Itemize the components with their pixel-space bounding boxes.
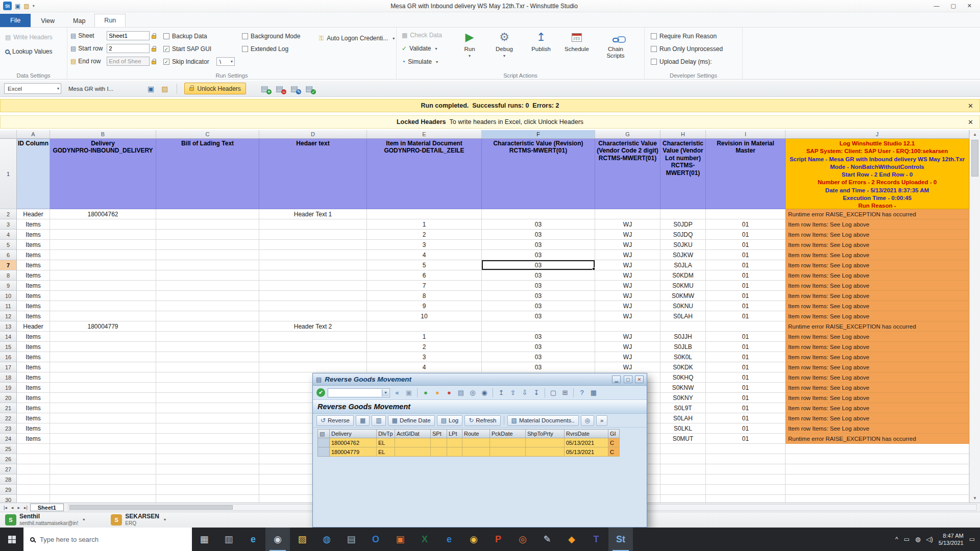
new-session-icon[interactable]: ▢ (549, 389, 558, 396)
find-next-icon[interactable]: ◉ (480, 389, 489, 396)
tab-map[interactable]: Map (64, 15, 94, 27)
action-center-icon[interactable]: ▭ (969, 536, 975, 543)
cell-f1[interactable]: Characteristic Value (Revision) RCTMS-MW… (482, 139, 595, 209)
notepad-icon[interactable]: ▤ (339, 528, 363, 551)
row-header-6[interactable]: 6 (0, 250, 17, 260)
row-header-3[interactable]: 3 (0, 219, 17, 230)
cell-b21[interactable] (50, 403, 156, 413)
cell-g11[interactable]: WJ (595, 301, 660, 311)
cell-a10[interactable]: Items (17, 291, 50, 301)
paint-icon[interactable]: ✎ (535, 528, 559, 551)
cell-j21[interactable]: Item row Items: See Log above (786, 403, 969, 413)
cell-i4[interactable]: 01 (706, 230, 786, 240)
cell-c3[interactable] (156, 219, 259, 230)
row-header-2[interactable]: 2 (0, 209, 17, 219)
validate-button[interactable]: ✓ Validate ▾ (402, 45, 439, 52)
cell-j17[interactable]: Item row Items: See Log above (786, 362, 969, 372)
grid-cell-spt[interactable] (431, 447, 447, 457)
cell-i10[interactable]: 01 (706, 291, 786, 301)
cell-i9[interactable]: 01 (706, 281, 786, 291)
cell-b10[interactable] (50, 291, 156, 301)
cell-a30[interactable] (17, 495, 50, 503)
grid-cell-actgidat[interactable] (395, 438, 431, 447)
cell-h3[interactable]: S0JDP (660, 219, 706, 230)
cell-b5[interactable] (50, 240, 156, 250)
cell-e5[interactable]: 3 (367, 240, 482, 250)
cell-a7[interactable]: Items (17, 260, 50, 270)
prev-page-icon[interactable]: ⇧ (508, 389, 518, 396)
cell-e1[interactable]: Item in Material Document GODYNPRO-DETAI… (367, 139, 482, 209)
cell-g12[interactable]: WJ (595, 311, 660, 321)
grid-column-rvrsdate[interactable]: RvrsDate (565, 429, 608, 438)
collapse-icon[interactable]: « (393, 389, 402, 396)
cell-d6[interactable] (259, 250, 367, 260)
select-all-button[interactable]: ▦ (356, 415, 370, 426)
cell-i22[interactable]: 01 (706, 413, 786, 423)
cell-a8[interactable]: Items (17, 270, 50, 281)
grid-cell-lpt[interactable] (447, 447, 462, 457)
cell-h19[interactable]: S0KNW (660, 383, 706, 393)
cell-f12[interactable]: 03 (482, 311, 595, 321)
cell-i5[interactable]: 01 (706, 240, 786, 250)
row-header-16[interactable]: 16 (0, 352, 17, 362)
cell-a16[interactable]: Items (17, 352, 50, 362)
cell-f10[interactable]: 03 (482, 291, 595, 301)
save-icon[interactable]: ▣ (404, 389, 413, 396)
skip-indicator-select[interactable]: \ ▾ (216, 57, 235, 66)
open-file-icon[interactable]: ▨ (160, 85, 169, 93)
cell-g7[interactable]: WJ (595, 260, 660, 270)
sheet-input[interactable] (107, 31, 150, 40)
upload-delay-checkbox[interactable]: Upload Delay (ms): (651, 58, 712, 65)
row-header-25[interactable]: 25 (0, 444, 17, 454)
cell-h12[interactable]: S0LAH (660, 311, 706, 321)
cell-a5[interactable]: Items (17, 240, 50, 250)
grid-column-actgidat[interactable]: ActGIDat (395, 429, 431, 438)
row-header-22[interactable]: 22 (0, 413, 17, 423)
cell-i21[interactable]: 01 (706, 403, 786, 413)
cell-h1[interactable]: Characteristic Value (Vendor Lot number)… (660, 139, 706, 209)
browser-icon[interactable]: ◎ (510, 528, 535, 551)
cell-b1[interactable]: Delivery GODYNPRO-INBOUND_DELIVERY (50, 139, 156, 209)
sheet-tab[interactable]: Sheet1 (30, 504, 64, 511)
cell-b15[interactable] (50, 342, 156, 352)
cell-e10[interactable]: 8 (367, 291, 482, 301)
cell-j7[interactable]: Item row Items: See Log above (786, 260, 969, 270)
cell-c26[interactable] (156, 454, 259, 464)
cell-g2[interactable] (595, 209, 660, 219)
grid-cell-rvrsdate[interactable]: 05/13/2021 (565, 447, 608, 457)
cell-b3[interactable] (50, 219, 156, 230)
cell-h7[interactable]: S0JLA (660, 260, 706, 270)
defender-icon[interactable]: ◆ (559, 528, 584, 551)
extended-log-checkbox[interactable]: Extended Log (242, 45, 288, 53)
cell-i7[interactable]: 01 (706, 260, 786, 270)
tab-file[interactable]: File (0, 14, 31, 27)
app-logo-icon[interactable]: St (3, 2, 12, 10)
cell-c18[interactable] (156, 372, 259, 383)
taskbar-search[interactable]: Type here to search (23, 528, 192, 551)
cell-b19[interactable] (50, 383, 156, 393)
cell-h30[interactable] (660, 495, 706, 503)
cell-i16[interactable]: 01 (706, 352, 786, 362)
cell-h27[interactable] (660, 464, 706, 474)
background-mode-checkbox[interactable]: Background Mode (242, 33, 300, 40)
save-icon[interactable]: ▣ (15, 3, 20, 10)
cell-f2[interactable] (482, 209, 595, 219)
cell-a19[interactable]: Items (17, 383, 50, 393)
cell-i3[interactable]: 01 (706, 219, 786, 230)
row-header[interactable]: 1 (0, 139, 17, 209)
publish-button[interactable]: ↥ Publish (525, 30, 557, 67)
cell-h28[interactable] (660, 474, 706, 485)
cell-b16[interactable] (50, 352, 156, 362)
cell-d3[interactable] (259, 219, 367, 230)
cell-i13[interactable] (706, 321, 786, 332)
cell-h22[interactable]: S0LAH (660, 413, 706, 423)
row-header-30[interactable]: 30 (0, 495, 17, 503)
maximize-button[interactable]: ▢ (950, 3, 955, 9)
cell-g15[interactable]: WJ (595, 342, 660, 352)
cell-f7[interactable]: 03 (482, 260, 595, 270)
grid-cell-lpt[interactable] (447, 438, 462, 447)
cell-h23[interactable]: S0LKL (660, 423, 706, 434)
cell-h4[interactable]: S0JDQ (660, 230, 706, 240)
mode-select[interactable]: Excel ▾ (4, 83, 61, 94)
start-button[interactable] (0, 528, 23, 551)
